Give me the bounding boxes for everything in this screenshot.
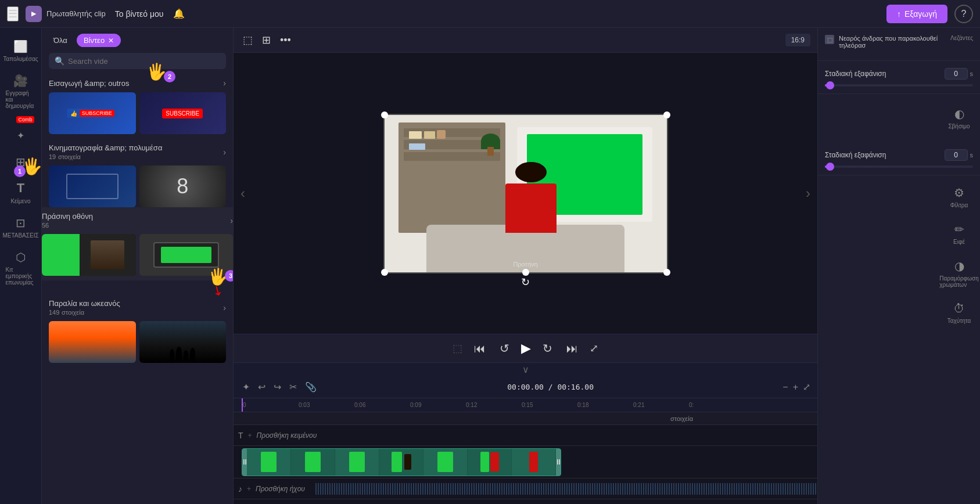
- beach-thumb-1[interactable]: [49, 321, 136, 363]
- export-button[interactable]: ↑ Εξαγωγή: [886, 5, 947, 23]
- fade-out-thumb[interactable]: [826, 163, 834, 171]
- skip-forward-button[interactable]: ⏭: [564, 340, 580, 358]
- video-canvas[interactable]: ↻ Προτηνη: [383, 114, 668, 273]
- audio-track-row: ♪ + Προσθήκη ήχου: [234, 478, 817, 499]
- intro-thumb-1[interactable]: 👍 SUBSCRIBE: [49, 92, 136, 134]
- combo-badge: Comb: [16, 116, 34, 123]
- timeline-time: 00:00.00 / 00:16.00: [507, 383, 594, 391]
- speed-icon: ⏱: [953, 302, 965, 315]
- filter-video-button[interactable]: Βίντεο ✕: [77, 34, 121, 47]
- expand-button[interactable]: ⤢: [803, 381, 810, 393]
- skip-back-button[interactable]: ⏮: [472, 340, 488, 358]
- filter-video-close[interactable]: ✕: [108, 37, 114, 45]
- transitions-icon: ⊡: [16, 216, 26, 230]
- menu-button[interactable]: ☰: [7, 6, 19, 21]
- more-tool[interactable]: •••: [278, 31, 293, 49]
- beach-thumb-2[interactable]: [139, 321, 227, 363]
- greenscreen-thumb-1[interactable]: [42, 234, 136, 276]
- undo-button[interactable]: ↩: [256, 380, 267, 394]
- chroma-label: Παραμόρφωση χρωμάτων: [939, 275, 979, 288]
- sidebar-item-record[interactable]: 🎥 Εγγραφή και δημιουργία: [2, 69, 40, 114]
- ruler-mark-6: 0:06: [354, 402, 410, 408]
- filtra-tool[interactable]: ⚙ Φίλτρα: [943, 180, 975, 214]
- sidebar-item-label: Εγγραφή και δημιουργία: [6, 90, 36, 109]
- add-audio-label: Προσθήκη ήχου: [256, 485, 305, 493]
- intros-title: Εισαγωγή &amp; outros: [49, 79, 129, 88]
- zoom-out-button[interactable]: −: [782, 382, 788, 393]
- resize-handle-br[interactable]: [663, 269, 670, 276]
- ruler-mark-end: 0:: [689, 402, 745, 408]
- timeline-toolbar: ✦ ↩ ↪ ✂ 📎 00:00.00 / 00:16.00 − + ⤢: [234, 376, 817, 398]
- clip-drag-left[interactable]: ⏸: [242, 449, 247, 476]
- zoom-in-button[interactable]: +: [793, 382, 798, 393]
- rotate-handle[interactable]: ↻: [521, 276, 530, 289]
- preview-toolbar: ⬚ ⊞ ••• 16:9: [234, 28, 817, 53]
- layout-tool[interactable]: ⊞: [260, 31, 273, 49]
- magic-button[interactable]: ✦: [240, 380, 252, 394]
- timeline-tracks: T + Προσθήκη κειμένου ⏸: [234, 425, 817, 504]
- beach-header[interactable]: Παραλία και ωκεανός 149 στοιχεία ›: [49, 299, 226, 316]
- chroma-tool[interactable]: ◑ Παραμόρφωση χρωμάτων: [943, 253, 975, 294]
- record-icon: 🎥: [13, 74, 28, 88]
- preview-label: Προτηνη: [513, 261, 537, 268]
- timeline-collapse[interactable]: ∨: [522, 364, 529, 375]
- cinema-thumb-2[interactable]: 8: [139, 165, 227, 207]
- sbismo-tool[interactable]: ◐ Σβήσιμο: [943, 101, 975, 135]
- cinema-grid: 8: [49, 165, 226, 207]
- greenscreen-header[interactable]: Πράσινη οθόνη 56 ›: [42, 212, 233, 229]
- play-button[interactable]: ▶: [521, 341, 531, 356]
- sidebar-item-label: Κείμενο: [10, 198, 30, 204]
- tags-label[interactable]: Λεζάντες: [950, 35, 973, 41]
- speed-tool[interactable]: ⏱ Ταχύτητα: [943, 296, 975, 330]
- cut-button[interactable]: ✂: [288, 380, 299, 394]
- export-arrow-icon: ↑: [897, 9, 901, 19]
- preview-nav-left[interactable]: ‹: [236, 181, 250, 206]
- resize-handle-bm[interactable]: [522, 269, 529, 276]
- add-media-button[interactable]: 📎: [303, 380, 318, 394]
- preview-nav-right[interactable]: ›: [801, 181, 815, 206]
- greenscreen-thumb-2[interactable]: [139, 234, 234, 276]
- fade-in-thumb[interactable]: [826, 81, 834, 89]
- fade-in-input[interactable]: [945, 68, 968, 80]
- fade-out-slider[interactable]: [825, 165, 973, 168]
- intros-header[interactable]: Εισαγωγή &amp; outros ›: [49, 78, 226, 88]
- cinema-subtitle: στοιχεία: [58, 153, 81, 160]
- help-button[interactable]: ?: [954, 5, 973, 23]
- clip-drag-right[interactable]: ⏸: [556, 449, 561, 476]
- forward-button[interactable]: ↻: [540, 339, 555, 358]
- intro-thumb-2[interactable]: SUBSCRIBE: [139, 92, 227, 134]
- redo-button[interactable]: ↪: [272, 380, 283, 394]
- video-content: [385, 115, 667, 272]
- crop-tool[interactable]: ⬚: [240, 31, 255, 49]
- caption-button[interactable]: ⬚: [453, 342, 462, 355]
- cinema-header[interactable]: Κινηματογραφία &amp; πολυμέσα 19 στοιχεί…: [49, 143, 226, 161]
- resize-handle-tr[interactable]: [663, 111, 670, 118]
- aspect-ratio-badge[interactable]: 16:9: [785, 34, 810, 46]
- search-input[interactable]: [68, 57, 220, 66]
- topbar: ☰ ▶ Πρωταθλητής clip Το βίντεό μου 🔔 ↑ Ε…: [0, 0, 980, 28]
- cinema-thumb-1[interactable]: [49, 165, 136, 207]
- sidebar-item-combo[interactable]: Comb ✦: [2, 116, 40, 148]
- sidebar-item-text[interactable]: T Κείμενο: [2, 176, 40, 209]
- resize-handle-tl[interactable]: [381, 111, 388, 118]
- greenscreen-arrow: ›: [230, 216, 233, 225]
- greenscreen-count: 56: [42, 222, 49, 229]
- notification-icon[interactable]: 🔔: [173, 8, 185, 19]
- eife-tool[interactable]: ✏ Ειφέ: [943, 217, 975, 251]
- resize-handle-bl[interactable]: [381, 269, 388, 276]
- sidebar-item-grid[interactable]: ⊞: [2, 150, 40, 174]
- filter-all-button[interactable]: Όλα: [49, 34, 72, 47]
- sidebar-item-transitions[interactable]: ⊡ ΜΕΤΑΒΑΣΕΙΣ: [2, 211, 40, 243]
- sidebar-item-brand[interactable]: ⬡ Κιτ εμπορικής επωνυμίας: [2, 246, 40, 290]
- sidebar-item-media[interactable]: ⬜ Ταπολυμέσας: [2, 35, 40, 67]
- fade-out-input[interactable]: [945, 149, 968, 161]
- ruler-mark-21: 0:21: [633, 402, 689, 408]
- sidebar: ⬜ Ταπολυμέσας 🎥 Εγγραφή και δημιουργία C…: [0, 28, 42, 504]
- clip-frame-1: [247, 449, 291, 476]
- video-clip[interactable]: ⏸: [242, 448, 561, 476]
- fade-in-slider[interactable]: [825, 84, 973, 87]
- rewind-button[interactable]: ↺: [497, 339, 512, 358]
- right-preview-title: Νεαρός άνδρας που παρακολουθεί τηλεόρασ: [839, 35, 946, 49]
- ruler-mark-0: 0: [243, 402, 299, 408]
- fullscreen-button[interactable]: ⤢: [590, 342, 598, 355]
